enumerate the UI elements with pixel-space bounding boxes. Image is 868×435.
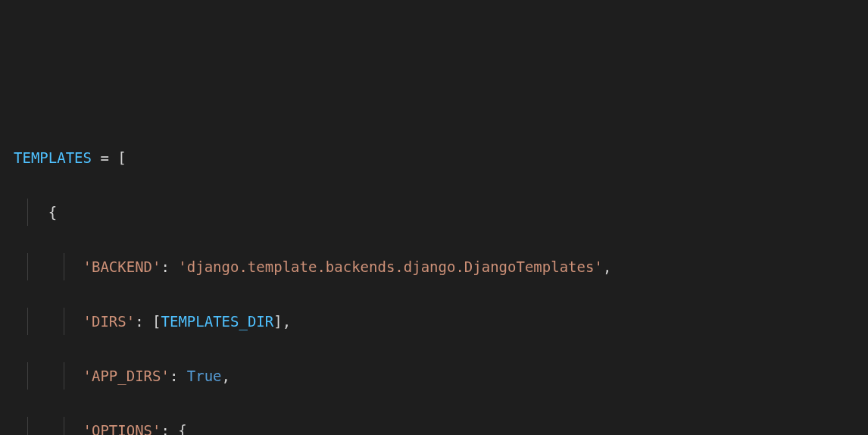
token-punct: [ [117,149,126,166]
token-keyword: True [187,368,222,384]
token-string: 'DIRS' [83,313,136,330]
code-line[interactable]: 'APP_DIRS': True, [14,362,854,390]
code-line[interactable]: { [14,199,854,226]
code-line[interactable]: TEMPLATES = [ [14,144,854,171]
token-punct: , [222,368,230,384]
token-punct: ] [273,313,282,330]
token-punct: : [161,422,178,435]
code-line[interactable]: 'OPTIONS': { [14,417,854,435]
token-string: 'BACKEND' [83,258,161,275]
token-string: 'OPTIONS' [83,422,161,435]
token-punct: : [161,258,178,275]
token-punct: : [135,313,152,330]
token-punct: , [603,258,611,275]
token-punct: , [283,313,291,330]
token-variable: TEMPLATES [14,149,92,166]
code-line[interactable]: 'BACKEND': 'django.template.backends.dja… [14,253,854,280]
code-editor[interactable]: TEMPLATES = [ { 'BACKEND': 'django.templ… [14,117,854,435]
code-line[interactable]: 'DIRS': [TEMPLATES_DIR], [14,308,854,335]
token-string: 'APP_DIRS' [83,368,170,384]
token-op: = [92,149,117,166]
token-punct: : [170,368,187,384]
token-punct: { [48,204,57,221]
token-string: 'django.template.backends.django.DjangoT… [178,258,603,275]
token-punct: [ [152,313,161,330]
token-punct: { [178,422,186,435]
token-variable: TEMPLATES_DIR [161,313,274,330]
